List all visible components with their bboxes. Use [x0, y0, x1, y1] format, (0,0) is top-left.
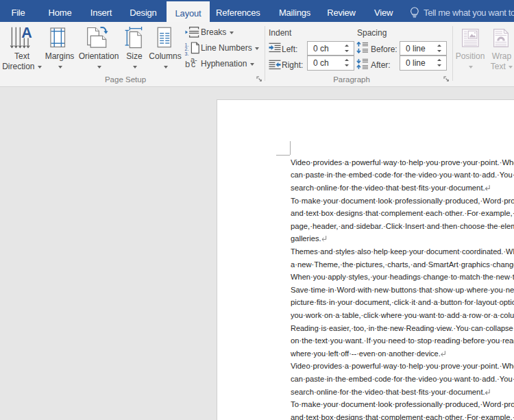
svg-text:A: A [21, 25, 32, 41]
